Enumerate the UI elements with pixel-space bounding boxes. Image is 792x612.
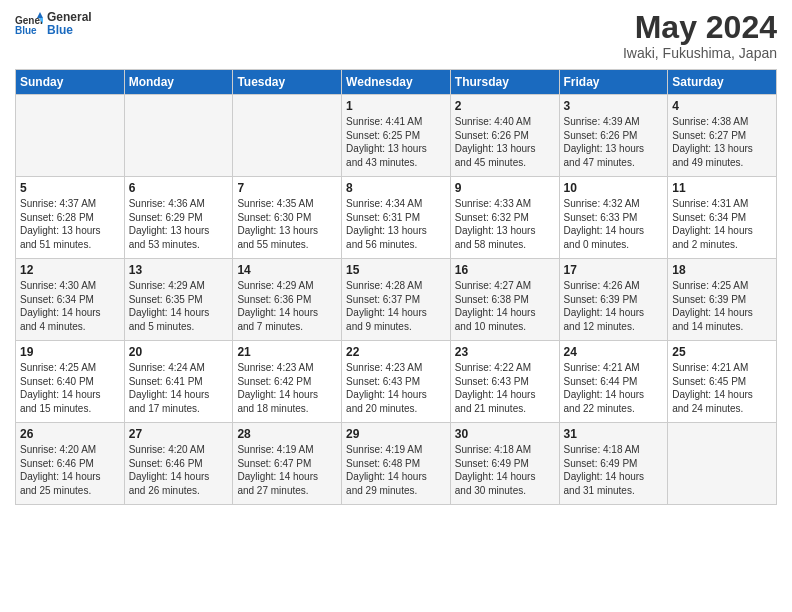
day-info: Sunrise: 4:21 AM Sunset: 6:44 PM Dayligh… (564, 361, 664, 415)
day-info: Sunrise: 4:19 AM Sunset: 6:48 PM Dayligh… (346, 443, 446, 497)
day-info: Sunrise: 4:25 AM Sunset: 6:40 PM Dayligh… (20, 361, 120, 415)
calendar-cell: 4Sunrise: 4:38 AM Sunset: 6:27 PM Daylig… (668, 95, 777, 177)
day-info: Sunrise: 4:18 AM Sunset: 6:49 PM Dayligh… (564, 443, 664, 497)
day-info: Sunrise: 4:26 AM Sunset: 6:39 PM Dayligh… (564, 279, 664, 333)
day-info: Sunrise: 4:23 AM Sunset: 6:43 PM Dayligh… (346, 361, 446, 415)
day-number: 25 (672, 345, 772, 359)
calendar-cell: 16Sunrise: 4:27 AM Sunset: 6:38 PM Dayli… (450, 259, 559, 341)
day-number: 31 (564, 427, 664, 441)
day-info: Sunrise: 4:25 AM Sunset: 6:39 PM Dayligh… (672, 279, 772, 333)
day-number: 19 (20, 345, 120, 359)
calendar-cell: 24Sunrise: 4:21 AM Sunset: 6:44 PM Dayli… (559, 341, 668, 423)
calendar-cell: 28Sunrise: 4:19 AM Sunset: 6:47 PM Dayli… (233, 423, 342, 505)
day-info: Sunrise: 4:29 AM Sunset: 6:36 PM Dayligh… (237, 279, 337, 333)
day-info: Sunrise: 4:37 AM Sunset: 6:28 PM Dayligh… (20, 197, 120, 251)
day-info: Sunrise: 4:36 AM Sunset: 6:29 PM Dayligh… (129, 197, 229, 251)
calendar-cell: 7Sunrise: 4:35 AM Sunset: 6:30 PM Daylig… (233, 177, 342, 259)
day-number: 15 (346, 263, 446, 277)
logo-blue: Blue (47, 24, 92, 37)
day-info: Sunrise: 4:41 AM Sunset: 6:25 PM Dayligh… (346, 115, 446, 169)
day-number: 29 (346, 427, 446, 441)
day-info: Sunrise: 4:20 AM Sunset: 6:46 PM Dayligh… (129, 443, 229, 497)
calendar-cell: 30Sunrise: 4:18 AM Sunset: 6:49 PM Dayli… (450, 423, 559, 505)
svg-text:Blue: Blue (15, 25, 37, 36)
day-number: 17 (564, 263, 664, 277)
title-block: May 2024 Iwaki, Fukushima, Japan (623, 10, 777, 61)
day-number: 12 (20, 263, 120, 277)
day-info: Sunrise: 4:22 AM Sunset: 6:43 PM Dayligh… (455, 361, 555, 415)
calendar-cell: 9Sunrise: 4:33 AM Sunset: 6:32 PM Daylig… (450, 177, 559, 259)
day-number: 13 (129, 263, 229, 277)
day-number: 30 (455, 427, 555, 441)
day-info: Sunrise: 4:29 AM Sunset: 6:35 PM Dayligh… (129, 279, 229, 333)
calendar-page: General Blue General Blue May 2024 Iwaki… (0, 0, 792, 612)
header-wednesday: Wednesday (342, 70, 451, 95)
day-number: 21 (237, 345, 337, 359)
calendar-cell: 15Sunrise: 4:28 AM Sunset: 6:37 PM Dayli… (342, 259, 451, 341)
day-number: 2 (455, 99, 555, 113)
calendar-week-row: 26Sunrise: 4:20 AM Sunset: 6:46 PM Dayli… (16, 423, 777, 505)
day-number: 8 (346, 181, 446, 195)
header-tuesday: Tuesday (233, 70, 342, 95)
calendar-cell (233, 95, 342, 177)
day-number: 23 (455, 345, 555, 359)
calendar-cell: 18Sunrise: 4:25 AM Sunset: 6:39 PM Dayli… (668, 259, 777, 341)
header-monday: Monday (124, 70, 233, 95)
day-info: Sunrise: 4:34 AM Sunset: 6:31 PM Dayligh… (346, 197, 446, 251)
day-number: 1 (346, 99, 446, 113)
header-thursday: Thursday (450, 70, 559, 95)
logo-text: General Blue (47, 11, 92, 37)
day-info: Sunrise: 4:24 AM Sunset: 6:41 PM Dayligh… (129, 361, 229, 415)
day-info: Sunrise: 4:28 AM Sunset: 6:37 PM Dayligh… (346, 279, 446, 333)
subtitle: Iwaki, Fukushima, Japan (623, 45, 777, 61)
day-info: Sunrise: 4:32 AM Sunset: 6:33 PM Dayligh… (564, 197, 664, 251)
calendar-cell: 8Sunrise: 4:34 AM Sunset: 6:31 PM Daylig… (342, 177, 451, 259)
day-info: Sunrise: 4:31 AM Sunset: 6:34 PM Dayligh… (672, 197, 772, 251)
day-number: 3 (564, 99, 664, 113)
calendar-week-row: 19Sunrise: 4:25 AM Sunset: 6:40 PM Dayli… (16, 341, 777, 423)
day-number: 27 (129, 427, 229, 441)
calendar-week-row: 1Sunrise: 4:41 AM Sunset: 6:25 PM Daylig… (16, 95, 777, 177)
main-title: May 2024 (623, 10, 777, 45)
calendar-cell: 23Sunrise: 4:22 AM Sunset: 6:43 PM Dayli… (450, 341, 559, 423)
day-info: Sunrise: 4:40 AM Sunset: 6:26 PM Dayligh… (455, 115, 555, 169)
day-number: 24 (564, 345, 664, 359)
day-info: Sunrise: 4:23 AM Sunset: 6:42 PM Dayligh… (237, 361, 337, 415)
day-info: Sunrise: 4:39 AM Sunset: 6:26 PM Dayligh… (564, 115, 664, 169)
calendar-cell (16, 95, 125, 177)
day-info: Sunrise: 4:21 AM Sunset: 6:45 PM Dayligh… (672, 361, 772, 415)
calendar-cell: 5Sunrise: 4:37 AM Sunset: 6:28 PM Daylig… (16, 177, 125, 259)
day-info: Sunrise: 4:38 AM Sunset: 6:27 PM Dayligh… (672, 115, 772, 169)
day-info: Sunrise: 4:30 AM Sunset: 6:34 PM Dayligh… (20, 279, 120, 333)
calendar-cell: 25Sunrise: 4:21 AM Sunset: 6:45 PM Dayli… (668, 341, 777, 423)
calendar-week-row: 5Sunrise: 4:37 AM Sunset: 6:28 PM Daylig… (16, 177, 777, 259)
day-number: 4 (672, 99, 772, 113)
calendar-cell: 12Sunrise: 4:30 AM Sunset: 6:34 PM Dayli… (16, 259, 125, 341)
header: General Blue General Blue May 2024 Iwaki… (15, 10, 777, 61)
calendar-cell: 27Sunrise: 4:20 AM Sunset: 6:46 PM Dayli… (124, 423, 233, 505)
calendar-table: Sunday Monday Tuesday Wednesday Thursday… (15, 69, 777, 505)
calendar-cell: 20Sunrise: 4:24 AM Sunset: 6:41 PM Dayli… (124, 341, 233, 423)
calendar-cell: 6Sunrise: 4:36 AM Sunset: 6:29 PM Daylig… (124, 177, 233, 259)
day-headers-row: Sunday Monday Tuesday Wednesday Thursday… (16, 70, 777, 95)
calendar-cell: 17Sunrise: 4:26 AM Sunset: 6:39 PM Dayli… (559, 259, 668, 341)
day-info: Sunrise: 4:20 AM Sunset: 6:46 PM Dayligh… (20, 443, 120, 497)
header-saturday: Saturday (668, 70, 777, 95)
calendar-cell: 21Sunrise: 4:23 AM Sunset: 6:42 PM Dayli… (233, 341, 342, 423)
header-sunday: Sunday (16, 70, 125, 95)
calendar-cell: 31Sunrise: 4:18 AM Sunset: 6:49 PM Dayli… (559, 423, 668, 505)
day-number: 28 (237, 427, 337, 441)
calendar-cell: 11Sunrise: 4:31 AM Sunset: 6:34 PM Dayli… (668, 177, 777, 259)
calendar-cell (668, 423, 777, 505)
day-info: Sunrise: 4:35 AM Sunset: 6:30 PM Dayligh… (237, 197, 337, 251)
calendar-cell: 14Sunrise: 4:29 AM Sunset: 6:36 PM Dayli… (233, 259, 342, 341)
day-number: 22 (346, 345, 446, 359)
calendar-cell: 13Sunrise: 4:29 AM Sunset: 6:35 PM Dayli… (124, 259, 233, 341)
day-number: 16 (455, 263, 555, 277)
logo-icon: General Blue (15, 10, 43, 38)
day-number: 6 (129, 181, 229, 195)
day-number: 26 (20, 427, 120, 441)
calendar-cell: 1Sunrise: 4:41 AM Sunset: 6:25 PM Daylig… (342, 95, 451, 177)
day-info: Sunrise: 4:19 AM Sunset: 6:47 PM Dayligh… (237, 443, 337, 497)
calendar-cell: 26Sunrise: 4:20 AM Sunset: 6:46 PM Dayli… (16, 423, 125, 505)
